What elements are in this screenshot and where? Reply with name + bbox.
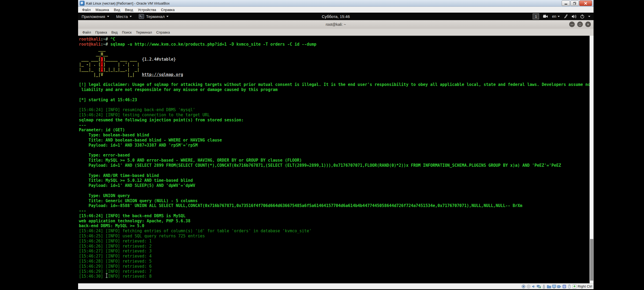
places-menu[interactable]: Места <box>113 13 136 20</box>
mouse-integration-icon[interactable] <box>567 284 572 289</box>
terminal-line <box>79 148 594 153</box>
terminal-line: [15:46:26] [INFO] retrieved: 2 <box>79 244 594 249</box>
menu-input[interactable]: Ввод <box>123 7 136 12</box>
audio-icon[interactable] <box>532 284 536 289</box>
virtualbox-statusbar: U Right Ctrl <box>78 283 594 289</box>
terminal-line: Type: boolean-based blind <box>79 133 594 138</box>
terminal-menu-terminal[interactable]: Терминал <box>134 30 154 35</box>
terminal-line <box>79 92 594 97</box>
terminal-menu-search[interactable]: Поиск <box>120 30 134 35</box>
panel-clock[interactable]: Суббота, 15:46 <box>322 14 350 19</box>
terminal-line: Parameter: id (GET) <box>79 128 594 133</box>
shared-folders-icon[interactable] <box>547 284 551 289</box>
terminal-line: |___|_ [.]_|_|_|__,| _| <box>79 67 594 72</box>
terminal-window: root@kali: ~ — ◻ ✕ Файл Правка Вид Поиск… <box>78 20 594 284</box>
terminal-line: [15:46:29] [INFO] retrieved: 7 <box>79 269 594 274</box>
applications-menu[interactable]: Приложения <box>78 13 113 20</box>
terminal-line: liability and are not responsible for an… <box>79 87 594 92</box>
terminal-minimize-button[interactable]: — <box>569 21 575 27</box>
power-icon[interactable] <box>580 14 584 19</box>
virtualbox-logo-icon <box>80 1 85 6</box>
terminal-line <box>79 168 594 173</box>
terminal-line: |_|V |_| http://sqlmap.org <box>79 72 594 77</box>
video-capture-icon[interactable] <box>557 284 561 289</box>
terminal-line <box>79 102 594 107</box>
terminal-line: [*] starting at 15:46:23 <box>79 97 594 103</box>
scrollbar-thumb[interactable] <box>590 239 593 281</box>
keyboard-layout-indicator[interactable]: en <box>552 14 560 19</box>
terminal-close-button[interactable]: ✕ <box>585 21 591 27</box>
terminal-line: [15:46:24] [INFO] fetching entries of co… <box>79 229 594 234</box>
display-icon[interactable] <box>552 284 556 289</box>
terminal-line: Title: MySQL >= 5.0 AND error-based - WH… <box>79 158 594 163</box>
terminal-line: [15:46:27] [INFO] retrieved: 3 <box>79 249 594 254</box>
terminal-menu-help[interactable]: Справка <box>154 30 172 35</box>
virtualbox-menubar: Файл Машина Вид Ввод Устройства Справка <box>78 7 594 13</box>
screen: Kali Linux (чистая) [Работает] - Oracle … <box>0 0 644 290</box>
terminal-menubar: Файл Правка Вид Поиск Терминал Справка <box>78 29 594 36</box>
terminal-line: Type: AND/OR time-based blind <box>79 173 594 178</box>
hard-disks-icon[interactable] <box>521 284 526 289</box>
system-menu-chevron-icon[interactable] <box>588 16 590 17</box>
terminal-line: [15:46:26] [INFO] retrieved: 1 <box>79 239 594 244</box>
terminal-line: [15:46:24] [INFO] the back-end DBMS is M… <box>79 213 594 219</box>
keyboard-capture-icon[interactable] <box>572 284 577 289</box>
text-cursor-icon <box>105 273 108 278</box>
close-button[interactable] <box>579 1 592 6</box>
restore-button[interactable] <box>570 1 579 6</box>
chevron-down-icon <box>130 16 132 17</box>
terminal-line: [15:46:24] [INFO] resuming back-end DBMS… <box>79 107 594 113</box>
terminal-menu-edit[interactable]: Правка <box>93 30 109 35</box>
kali-panel: Приложения Места Терминал Суббота, 15:46 <box>78 13 594 20</box>
terminal-line: Type: error-based <box>79 153 594 158</box>
terminal-line: --- <box>79 123 594 128</box>
terminal-line: Payload: id=1' AND 3387=3387 AND 'rpSM'=… <box>79 143 594 148</box>
terminal-titlebar[interactable]: root@kali: ~ — ◻ ✕ <box>78 20 594 29</box>
terminal-line: Type: UNION query <box>79 193 594 198</box>
terminal-line: [!] legal disclaimer: Usage of sqlmap fo… <box>79 82 594 87</box>
host-key-label: Right Ctrl <box>578 284 592 288</box>
terminal-line: web application technology: Apache, PHP … <box>79 219 594 224</box>
camera-icon[interactable] <box>543 15 548 18</box>
terminal-line: Title: Generic UNION query (NULL) - 5 co… <box>79 198 594 204</box>
terminal-line: --- <box>79 208 594 213</box>
titlebar[interactable]: Kali Linux (чистая) [Работает] - Oracle … <box>78 0 594 7</box>
terminal-line <box>79 77 594 82</box>
terminal-appmenu[interactable]: Терминал <box>135 13 172 20</box>
terminal-line: __H__ <box>79 52 594 57</box>
usb-icon[interactable] <box>542 284 546 289</box>
processor-icon[interactable]: U <box>562 284 566 289</box>
terminal-icon <box>139 14 144 19</box>
menu-view[interactable]: Вид <box>111 7 123 12</box>
terminal-line: back-end DBMS: MySQL >= 5.0 <box>79 223 594 229</box>
terminal-menu-file[interactable]: Файл <box>80 30 93 35</box>
terminal-scrollbar[interactable] <box>590 36 594 284</box>
minimize-button[interactable] <box>562 1 570 6</box>
terminal-line: root@kali:~# ^C <box>79 37 594 42</box>
virtualbox-window: Kali Linux (чистая) [Работает] - Oracle … <box>78 0 594 289</box>
chevron-down-icon <box>558 16 560 17</box>
terminal-line: ___ <box>79 47 594 52</box>
volume-icon[interactable] <box>572 15 576 19</box>
terminal-line: [15:46:28] [INFO] retrieved: 5 <box>79 259 594 264</box>
terminal-line: [15:46:29] [INFO] retrieved: 6 <box>79 264 594 269</box>
terminal-menu-view[interactable]: Вид <box>109 30 120 35</box>
network-icon[interactable] <box>537 284 541 289</box>
terminal-body[interactable]: root@kali:~# ^Croot@kali:~# sqlmap -u ht… <box>78 36 594 284</box>
workspace-indicator[interactable]: 1 <box>533 13 539 19</box>
menu-machine[interactable]: Машина <box>93 7 111 12</box>
vm-screen: Приложения Места Терминал Суббота, 15:46 <box>78 13 594 284</box>
terminal-line: [15:46:30] [INFO] retrieved: 8 <box>79 274 594 279</box>
menu-file[interactable]: Файл <box>80 7 93 12</box>
menu-help[interactable]: Справка <box>159 7 177 12</box>
terminal-line: [15:46:24] [INFO] testing connection to … <box>79 113 594 118</box>
terminal-line: |_ -| . [.] | .'| . | <box>79 62 594 67</box>
terminal-output: root@kali:~# ^Croot@kali:~# sqlmap -u ht… <box>78 36 594 279</box>
window-title: Kali Linux (чистая) [Работает] - Oracle … <box>86 1 170 5</box>
terminal-line: [15:46:27] [INFO] retrieved: 4 <box>79 254 594 259</box>
stylus-icon[interactable] <box>564 14 568 19</box>
optical-drives-icon[interactable] <box>526 284 531 289</box>
svg-text:U: U <box>564 285 565 288</box>
menu-devices[interactable]: Устройства <box>136 7 159 12</box>
terminal-maximize-button[interactable]: ◻ <box>577 21 583 27</box>
